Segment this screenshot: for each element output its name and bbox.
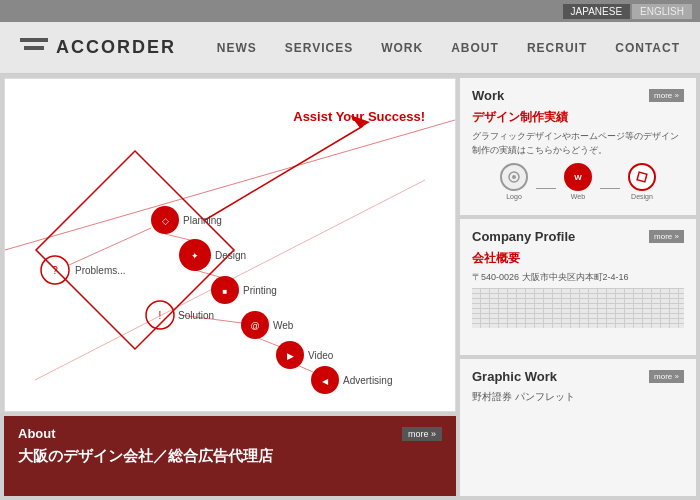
svg-line-33 bbox=[258, 338, 283, 348]
graphic-more-button[interactable]: more » bbox=[649, 370, 684, 383]
svg-text:Web: Web bbox=[273, 320, 294, 331]
work-node-logo: Logo bbox=[500, 163, 528, 200]
svg-line-31 bbox=[195, 270, 223, 278]
svg-text:✦: ✦ bbox=[191, 251, 199, 261]
map-inner bbox=[472, 288, 684, 328]
company-subtitle: 会社概要 bbox=[472, 250, 684, 267]
svg-text:Advertising: Advertising bbox=[343, 375, 392, 386]
about-more-button[interactable]: more » bbox=[402, 427, 442, 441]
work-card-header: Work more » bbox=[472, 88, 684, 103]
nav-about[interactable]: ABOUT bbox=[451, 41, 499, 55]
svg-marker-3 bbox=[350, 115, 370, 128]
svg-text:■: ■ bbox=[223, 287, 228, 296]
work-card-subtitle: デザイン制作実績 bbox=[472, 109, 684, 126]
logo-icon bbox=[20, 38, 48, 58]
svg-text:▶: ▶ bbox=[287, 351, 294, 361]
company-card: Company Profile more » 会社概要 〒540-0026 大阪… bbox=[460, 219, 696, 356]
nav-work[interactable]: WORK bbox=[381, 41, 423, 55]
logo-node-label: Logo bbox=[506, 193, 522, 200]
header: ACCORDER NEWS SERVICES WORK ABOUT RECRUI… bbox=[0, 22, 700, 74]
graphic-work-text: 野村證券 パンフレット bbox=[472, 390, 684, 404]
left-panel: Assist Your Success! ? Problems... ◇ Pla… bbox=[0, 74, 460, 500]
design-circle bbox=[628, 163, 656, 191]
japanese-button[interactable]: JAPANESE bbox=[563, 4, 631, 19]
svg-line-30 bbox=[165, 234, 190, 240]
about-title: About bbox=[18, 426, 56, 441]
about-section: About more » 大阪のデザイン会社／総合広告代理店 bbox=[4, 416, 456, 496]
node-connector-2 bbox=[600, 188, 620, 189]
nav-services[interactable]: SERVICES bbox=[285, 41, 353, 55]
company-address: 〒540-0026 大阪市中央区内本町2-4-16 bbox=[472, 271, 684, 284]
company-more-button[interactable]: more » bbox=[649, 230, 684, 243]
graphic-card-title: Graphic Work bbox=[472, 369, 557, 384]
work-card-body: グラフィックデザインやホームページ等のデザイン制作の実績はこちらからどうぞ。 bbox=[472, 130, 684, 157]
logo-text: ACCORDER bbox=[56, 37, 176, 58]
svg-text:!: ! bbox=[159, 310, 162, 321]
svg-line-29 bbox=[69, 228, 151, 265]
svg-rect-37 bbox=[637, 172, 647, 182]
graphic-card-header: Graphic Work more » bbox=[472, 369, 684, 384]
node-connector-1 bbox=[536, 188, 556, 189]
map-placeholder bbox=[472, 288, 684, 328]
svg-point-36 bbox=[512, 175, 516, 179]
work-more-button[interactable]: more » bbox=[649, 89, 684, 102]
web-node-label: Web bbox=[571, 193, 585, 200]
hero-section: Assist Your Success! ? Problems... ◇ Pla… bbox=[4, 78, 456, 412]
nav-news[interactable]: NEWS bbox=[217, 41, 257, 55]
design-node-label: Design bbox=[631, 193, 653, 200]
svg-text:Planning: Planning bbox=[183, 215, 222, 226]
svg-text:Design: Design bbox=[215, 250, 246, 261]
web-circle: W bbox=[564, 163, 592, 191]
svg-line-34 bbox=[297, 365, 313, 372]
work-card-title: Work bbox=[472, 88, 504, 103]
nav-recruit[interactable]: RECRUIT bbox=[527, 41, 587, 55]
logo: ACCORDER bbox=[20, 37, 176, 58]
nav-contact[interactable]: CONTACT bbox=[615, 41, 680, 55]
svg-text:?: ? bbox=[52, 265, 58, 276]
language-bar: JAPANESE ENGLISH bbox=[0, 0, 700, 22]
main-content: Assist Your Success! ? Problems... ◇ Pla… bbox=[0, 74, 700, 500]
svg-text:@: @ bbox=[250, 321, 259, 331]
company-card-title: Company Profile bbox=[472, 229, 575, 244]
work-node-web: W Web bbox=[564, 163, 592, 200]
main-nav: NEWS SERVICES WORK ABOUT RECRUIT CONTACT bbox=[217, 41, 680, 55]
work-card: Work more » デザイン制作実績 グラフィックデザインやホームページ等の… bbox=[460, 78, 696, 215]
svg-text:Problems...: Problems... bbox=[75, 265, 126, 276]
work-diagram: Logo W Web Design bbox=[472, 163, 684, 200]
svg-text:◇: ◇ bbox=[162, 216, 169, 226]
svg-text:◀: ◀ bbox=[322, 377, 329, 386]
svg-text:Video: Video bbox=[308, 350, 334, 361]
about-header: About more » bbox=[18, 426, 442, 441]
svg-text:Printing: Printing bbox=[243, 285, 277, 296]
about-text: 大阪のデザイン会社／総合広告代理店 bbox=[18, 447, 442, 466]
svg-line-1 bbox=[5, 120, 455, 250]
english-button[interactable]: ENGLISH bbox=[632, 4, 692, 19]
svg-line-4 bbox=[205, 126, 363, 220]
company-card-header: Company Profile more » bbox=[472, 229, 684, 244]
right-panel: Work more » デザイン制作実績 グラフィックデザインやホームページ等の… bbox=[460, 74, 700, 500]
work-node-design: Design bbox=[628, 163, 656, 200]
logo-circle bbox=[500, 163, 528, 191]
graphic-card: Graphic Work more » 野村證券 パンフレット bbox=[460, 359, 696, 496]
hero-diagram: ? Problems... ◇ Planning ✦ Design ■ Prin… bbox=[5, 79, 455, 411]
